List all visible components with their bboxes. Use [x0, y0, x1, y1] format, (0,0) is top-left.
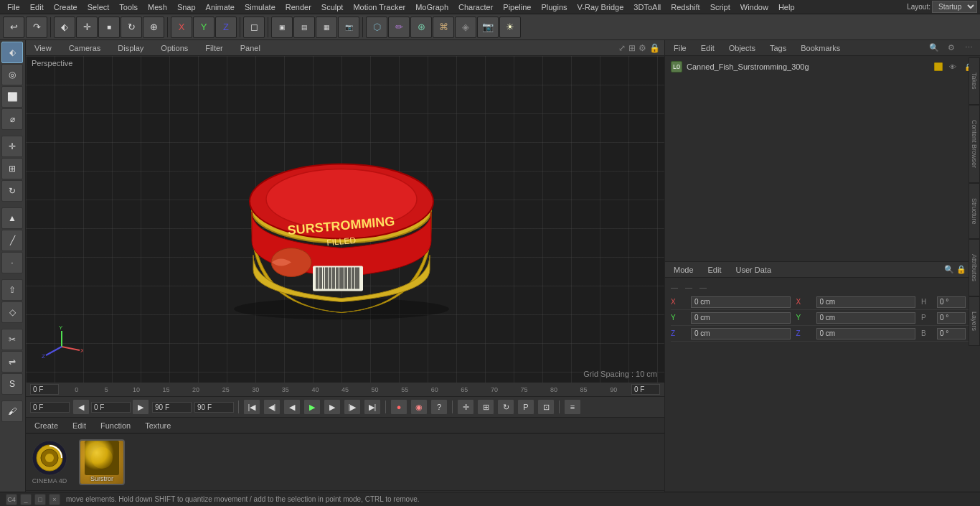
cube-button[interactable]: ⬡: [366, 17, 387, 38]
tab-structure[interactable]: Structure: [969, 183, 980, 240]
scale-tool-button[interactable]: ■: [98, 17, 120, 38]
material-texture-menu[interactable]: Texture: [141, 421, 175, 431]
frame-preview-end-input[interactable]: [194, 402, 234, 413]
help-button[interactable]: ?: [430, 399, 448, 415]
vp-cameras-menu[interactable]: Cameras: [65, 43, 105, 53]
material-thumbnail-surstror[interactable]: Surstror: [79, 439, 125, 485]
point-tool[interactable]: ·: [1, 252, 23, 273]
menu-select[interactable]: Select: [83, 1, 114, 13]
obj-bookmarks-menu[interactable]: Bookmarks: [796, 43, 844, 53]
scale-key-button[interactable]: ⊞: [477, 399, 494, 415]
go-start-button[interactable]: |◀: [243, 399, 260, 415]
vp-layout-icon[interactable]: ⊞: [628, 43, 636, 53]
vp-panel-menu[interactable]: Panel: [236, 43, 265, 53]
move-tool[interactable]: ✛: [1, 136, 23, 157]
obj-edit-menu[interactable]: Edit: [697, 43, 719, 53]
z-axis-button[interactable]: Z: [215, 17, 237, 38]
vp-view-menu[interactable]: View: [30, 43, 56, 53]
x-axis-button[interactable]: X: [171, 17, 192, 38]
attr-userdata-menu[interactable]: User Data: [732, 265, 776, 275]
current-frame-display[interactable]: [30, 384, 59, 395]
prev-frame-button[interactable]: ◀|: [263, 399, 281, 415]
obj-collapse-icon[interactable]: ⋯: [961, 42, 976, 55]
vp-display-menu[interactable]: Display: [113, 43, 148, 53]
attr-p-input[interactable]: [937, 312, 966, 324]
attr-z-pos-input[interactable]: [691, 328, 791, 339]
nurbs-button[interactable]: ⊛: [410, 17, 432, 38]
tab-layers[interactable]: Layers: [969, 296, 980, 346]
material-create-menu[interactable]: Create: [30, 421, 62, 431]
menu-file[interactable]: File: [3, 1, 24, 13]
attr-lock-icon[interactable]: 🔒: [956, 265, 966, 274]
attr-edit-menu[interactable]: Edit: [704, 265, 726, 275]
next-key-button[interactable]: ▶: [324, 399, 341, 415]
pointer-tool[interactable]: ⬖: [1, 42, 23, 63]
scale-tool[interactable]: ⊞: [1, 158, 23, 179]
menu-tools[interactable]: Tools: [115, 1, 142, 13]
polygon-tool[interactable]: ▲: [1, 207, 23, 229]
attr-search-icon[interactable]: 🔍: [944, 265, 954, 274]
object-button[interactable]: ◻: [243, 17, 265, 38]
window-close-icon[interactable]: ×: [49, 494, 60, 505]
play-button[interactable]: ▶: [303, 399, 321, 415]
menu-window[interactable]: Window: [736, 1, 773, 13]
vp-filter-menu[interactable]: Filter: [201, 43, 227, 53]
menu-render[interactable]: Render: [281, 1, 316, 13]
timeline-view-button[interactable]: ≡: [564, 399, 581, 415]
tab-takes[interactable]: Takes: [969, 57, 980, 105]
material-edit-menu[interactable]: Edit: [68, 421, 90, 431]
obj-settings-icon[interactable]: ⚙: [944, 42, 958, 55]
attr-z-rot-input[interactable]: [816, 328, 916, 339]
obj-search-icon[interactable]: 🔍: [927, 42, 941, 55]
key-grid-button[interactable]: ⊡: [537, 399, 555, 415]
light-button[interactable]: ☀: [499, 17, 521, 38]
attr-y-rot-input[interactable]: [816, 312, 916, 324]
menu-simulate[interactable]: Simulate: [240, 1, 280, 13]
menu-sculpt[interactable]: Sculpt: [317, 1, 348, 13]
tab-attributes[interactable]: Attributes: [969, 239, 980, 296]
attr-x-pos-input[interactable]: 0 cm: [691, 296, 791, 308]
attr-y-pos-input[interactable]: [691, 312, 791, 324]
menu-3dtoall[interactable]: 3DToAll: [629, 1, 665, 13]
move-tool-button[interactable]: ✛: [76, 17, 98, 38]
vp-lock-icon[interactable]: 🔒: [649, 43, 660, 53]
redo-button[interactable]: ↷: [26, 17, 47, 38]
select-tool-button[interactable]: ⬖: [54, 17, 75, 38]
auto-key-button[interactable]: ◉: [410, 399, 428, 415]
menu-script[interactable]: Script: [706, 1, 735, 13]
frame-end-input[interactable]: [152, 402, 192, 413]
deformer-button[interactable]: ⌘: [433, 17, 454, 38]
paint-tool[interactable]: 🖌: [1, 400, 23, 422]
cinema4d-status-icon[interactable]: C4: [6, 494, 17, 505]
viewport-3d[interactable]: Perspective: [26, 56, 664, 383]
menu-vray[interactable]: V-Ray Bridge: [573, 1, 628, 13]
bridge-tool[interactable]: ⇌: [1, 351, 23, 373]
menu-edit[interactable]: Edit: [26, 1, 48, 13]
object-row-can[interactable]: L0 Canned_Fish_Surstromming_300g 👁 🔒: [668, 59, 977, 75]
render-region-button[interactable]: ▣: [271, 17, 293, 38]
render-settings-button[interactable]: ▦: [316, 17, 337, 38]
render-active-view-button[interactable]: ▤: [293, 17, 315, 38]
menu-animate[interactable]: Animate: [202, 1, 239, 13]
transform-tool-button[interactable]: ⊕: [143, 17, 164, 38]
camera-button[interactable]: 📷: [477, 17, 499, 38]
frame-start-input[interactable]: [30, 402, 70, 413]
end-frame-display[interactable]: [631, 384, 660, 395]
rotate-tool[interactable]: ↻: [1, 180, 23, 202]
menu-motion-tracker[interactable]: Motion Tracker: [349, 1, 410, 13]
menu-plugins[interactable]: Plugins: [537, 1, 571, 13]
rotate-key-button[interactable]: ↻: [497, 399, 514, 415]
live-selection-tool[interactable]: ◎: [1, 64, 23, 85]
prev-key-button[interactable]: ◀: [283, 399, 301, 415]
attr-b-input[interactable]: [937, 328, 966, 339]
rectangle-selection-tool[interactable]: ⬜: [1, 86, 23, 108]
frame-down-button[interactable]: ◀: [72, 399, 90, 415]
menu-mograph[interactable]: MoGraph: [411, 1, 453, 13]
attr-h-input[interactable]: [937, 296, 966, 308]
dissolve-tool[interactable]: S: [1, 373, 23, 395]
record-button[interactable]: ●: [390, 399, 407, 415]
param-key-button[interactable]: P: [517, 399, 534, 415]
menu-help[interactable]: Help: [774, 1, 799, 13]
go-end-button[interactable]: ▶|: [364, 399, 381, 415]
menu-mesh[interactable]: Mesh: [143, 1, 171, 13]
